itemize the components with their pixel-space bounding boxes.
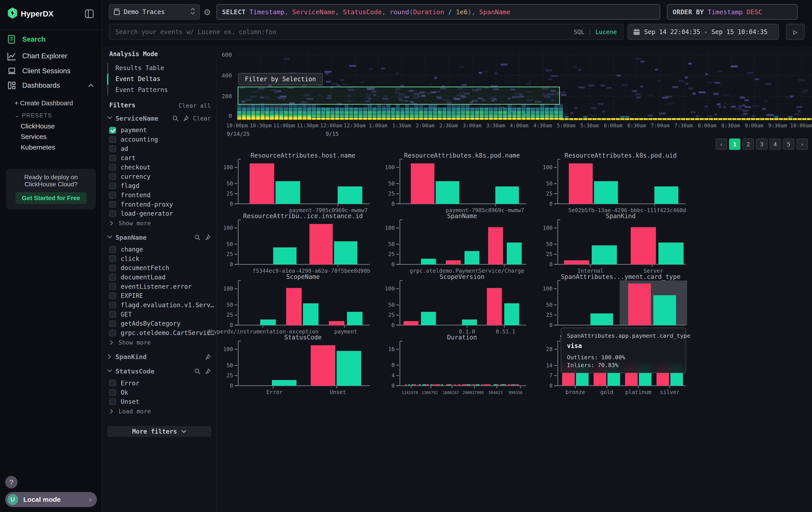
checkbox[interactable] [109, 192, 116, 198]
filter-option-documentfetch[interactable]: documentFetch [109, 264, 169, 272]
filter-option-flagd-evaluation-v1-serv-[interactable]: flagd.evaluation.v1.Serv… [109, 301, 214, 309]
checkbox[interactable] [109, 330, 116, 336]
filter-option-get[interactable]: GET [109, 311, 132, 318]
gear-icon[interactable]: ⚙ [203, 7, 211, 17]
page-button-5[interactable]: 5 [783, 138, 794, 150]
checkbox[interactable] [109, 399, 116, 405]
sidebar-item-chart-explorer[interactable]: Chart Explorer [0, 50, 102, 62]
checkbox[interactable] [109, 155, 116, 161]
search-icon[interactable] [194, 368, 201, 374]
chart-statuscode[interactable]: StatusCode02550100ErrorUnset [212, 333, 378, 400]
filter-by-selection-button[interactable]: Filter by Selection [238, 73, 322, 85]
filter-option-click[interactable]: click [109, 255, 139, 263]
checkbox[interactable] [109, 183, 116, 189]
filter-group-statuscode[interactable]: StatusCode [107, 368, 211, 375]
chart-scopeversion[interactable]: ScopeVersion025501000.1.00.51.1 [374, 272, 534, 340]
chart-resourceattributes-host-name[interactable]: ResourceAttributes.host.name02550100paym… [212, 151, 378, 218]
pin-icon[interactable] [205, 235, 211, 241]
clear-link[interactable]: Clear [193, 115, 211, 122]
heatmap-selection[interactable] [238, 87, 560, 105]
checkbox[interactable] [109, 389, 116, 396]
query-language-toggle[interactable]: SQL | Lucene [574, 28, 617, 35]
checkbox[interactable] [109, 283, 116, 290]
load-more-link[interactable]: Load more [109, 408, 151, 415]
latency-heatmap[interactable] [237, 52, 812, 120]
more-filters-button[interactable]: More filters [107, 426, 211, 437]
page-next-button[interactable]: › [796, 138, 808, 150]
page-button-2[interactable]: 2 [743, 138, 754, 150]
filter-option-error[interactable]: Error [109, 380, 139, 387]
filter-option-checkout[interactable]: checkout [109, 164, 150, 171]
filter-option-unset[interactable]: Unset [109, 398, 139, 405]
checkbox[interactable] [109, 210, 116, 217]
sidebar-preset-clickhouse[interactable]: ClickHouse [21, 123, 55, 130]
pin-icon[interactable] [205, 354, 211, 360]
filter-option-frontend[interactable]: frontend [109, 191, 150, 199]
filter-option-frontend-proxy[interactable]: frontend-proxy [109, 201, 173, 208]
chart-resourceattributes-k8s-pod-name[interactable]: ResourceAttributes.k8s.pod.name02550100p… [374, 151, 534, 218]
run-query-button[interactable]: ▷ [786, 24, 805, 40]
filter-option-getadsbycategory[interactable]: getAdsByCategory [109, 320, 180, 327]
checkbox[interactable] [109, 265, 116, 271]
analysis-mode-event-deltas[interactable]: Event Deltas [115, 75, 160, 83]
order-by-editor[interactable]: ORDER BY Timestamp DESC [667, 4, 798, 20]
filter-group-servicename[interactable]: ServiceNameClear [107, 115, 211, 122]
pin-icon[interactable] [182, 115, 189, 122]
page-button-1[interactable]: 1 [729, 138, 741, 150]
time-range-picker[interactable]: Sep 14 22:04:35 - Sep 15 10:04:35 [628, 24, 779, 40]
create-dashboard-button[interactable]: + Create Dashboard [14, 100, 73, 107]
checkbox[interactable] [109, 164, 116, 170]
filter-option-payment[interactable]: payment [109, 127, 147, 134]
lang-sql[interactable]: SQL [574, 28, 584, 35]
checkbox[interactable] [109, 201, 116, 208]
user-menu[interactable]: U Local mode › [5, 492, 97, 507]
page-prev-button[interactable]: ‹ [716, 138, 727, 150]
sql-select-editor[interactable]: SELECT Timestamp, ServiceName, StatusCod… [216, 4, 660, 20]
analysis-mode-event-patterns[interactable]: Event Patterns [115, 86, 168, 93]
chart-spanname[interactable]: SpanName02550100grpc.oteldemo.PaymentSer… [374, 212, 534, 279]
filter-option-ad[interactable]: ad [109, 145, 128, 153]
checkbox[interactable] [109, 145, 116, 152]
checkbox[interactable] [109, 380, 116, 386]
collapse-sidebar-icon[interactable] [85, 9, 94, 20]
sidebar-item-dashboards[interactable]: Dashboards [0, 79, 102, 92]
page-button-4[interactable]: 4 [770, 138, 781, 150]
filter-option-ok[interactable]: Ok [109, 389, 128, 396]
filter-option-load-generator[interactable]: load-generator [109, 210, 173, 217]
source-select[interactable]: Demo Traces [109, 4, 200, 20]
chart-resourceattributes-k8s-pod-uid[interactable]: ResourceAttributes.k8s.pod.uid025501005e… [532, 151, 694, 218]
chart-spankind[interactable]: SpanKind02550100InternalServer [532, 212, 694, 279]
filter-option-grpc-oteldemo-cartservic-[interactable]: grpc.oteldemo.CartServic… [109, 329, 214, 336]
checkbox[interactable] [109, 127, 116, 134]
checkbox[interactable] [109, 320, 116, 327]
filter-option-cart[interactable]: cart [109, 154, 136, 162]
show-more-link[interactable]: Show more [109, 220, 151, 226]
checkbox[interactable] [109, 173, 116, 180]
pin-icon[interactable] [205, 368, 211, 374]
filter-option-flagd[interactable]: flagd [109, 182, 139, 189]
chart-resourceattribu-ice-instance-id[interactable]: ResourceAttribu..ice.instance.id02550100… [212, 212, 378, 279]
checkbox[interactable] [109, 246, 116, 253]
checkbox[interactable] [109, 274, 116, 280]
chart-scopename[interactable]: ScopeName02550100@hyperdx/instrumentatio… [212, 272, 378, 340]
filter-group-spankind[interactable]: SpanKind [107, 353, 211, 360]
search-input[interactable] [115, 28, 574, 36]
filter-option-change[interactable]: change [109, 246, 143, 253]
get-started-button[interactable]: Get Started for Free [16, 192, 86, 204]
lang-lucene[interactable]: Lucene [595, 28, 617, 35]
sidebar-preset-services[interactable]: Services [21, 133, 47, 140]
analysis-mode-results-table[interactable]: Results Table [115, 64, 164, 72]
filter-group-spanname[interactable]: SpanName [107, 234, 211, 241]
chart-duration[interactable]: Duration04816114197813867921600267200027… [374, 333, 534, 400]
checkbox[interactable] [109, 311, 116, 318]
show-more-link[interactable]: Show more [109, 339, 151, 346]
filter-option-eventlistener-error[interactable]: eventListener.error [109, 283, 192, 290]
sidebar-item-client-sessions[interactable]: Client Sessions [0, 65, 102, 77]
filter-option-currency[interactable]: currency [109, 173, 150, 180]
filter-option-documentload[interactable]: documentLoad [109, 274, 166, 281]
checkbox[interactable] [109, 293, 116, 299]
sidebar-item-search[interactable]: Search [0, 33, 102, 46]
search-icon[interactable] [194, 235, 201, 241]
sidebar-preset-kubernetes[interactable]: Kubernetes [21, 143, 55, 151]
checkbox[interactable] [109, 255, 116, 262]
